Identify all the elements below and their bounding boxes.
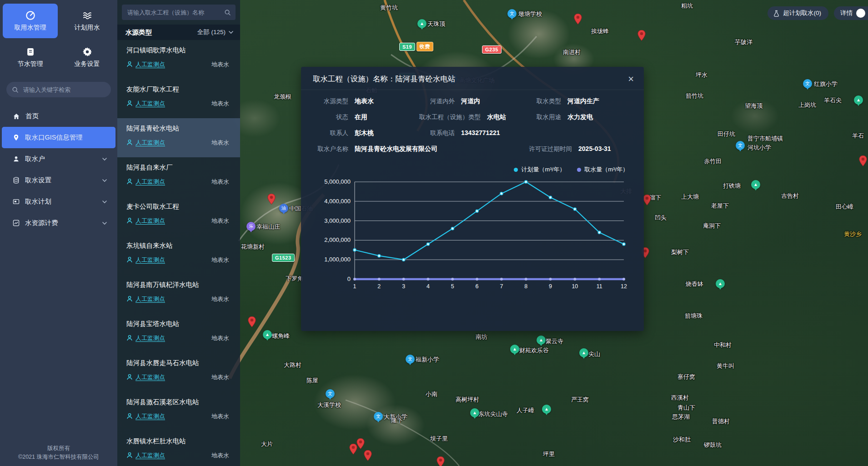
- list-item[interactable]: 陆河县激石溪老区水电站人工监测点地表水: [117, 392, 240, 431]
- sidebar-item-label: 取水设置: [25, 176, 51, 185]
- school-marker[interactable]: 文: [736, 141, 745, 150]
- intake-red-pin[interactable]: [248, 316, 256, 327]
- nav-module[interactable]: 取用水管理: [3, 4, 58, 38]
- list-item[interactable]: 陆河县南万镇杞洋水电站人工监测点地表水: [117, 275, 240, 314]
- gas-station-marker[interactable]: 油: [279, 204, 288, 213]
- map-label: 幸福山庄: [256, 223, 280, 231]
- field: 联系人彭木桃: [313, 129, 419, 137]
- intake-search[interactable]: [122, 5, 236, 20]
- legend-item[interactable]: 取水量（m³/年）: [577, 165, 628, 174]
- field-value: 河道内生产: [567, 97, 599, 105]
- copyright: 版权所有 ©2021 珠海市仁智科技有限公司: [0, 444, 117, 461]
- filter-dropdown[interactable]: 全部 (125): [197, 27, 234, 37]
- mountain-marker[interactable]: ▲: [854, 95, 863, 105]
- mountain-marker[interactable]: ▲: [579, 348, 588, 357]
- road-badge: 收费: [416, 42, 433, 51]
- intake-red-pin[interactable]: [574, 14, 582, 25]
- intake-search-input[interactable]: [126, 9, 221, 16]
- mountain-marker[interactable]: ▲: [470, 408, 479, 417]
- intake-red-pin[interactable]: [643, 195, 651, 205]
- legend-item[interactable]: 计划量（m³/年）: [514, 165, 565, 174]
- monitor-link[interactable]: 人工监测点: [126, 256, 165, 264]
- nav-module[interactable]: 节水管理: [3, 40, 58, 75]
- detail-toggle[interactable]: 详情: [834, 6, 868, 20]
- svg-text:2,000,000: 2,000,000: [324, 236, 351, 243]
- field-value: 地表水: [355, 97, 374, 105]
- monitor-label: 人工监测点: [135, 139, 165, 147]
- monitor-link[interactable]: 人工监测点: [126, 373, 165, 381]
- person-icon: [126, 217, 133, 225]
- close-icon[interactable]: ×: [628, 74, 634, 84]
- field-label: 取水类型: [526, 97, 561, 105]
- monitor-link[interactable]: 人工监测点: [126, 178, 165, 186]
- school-marker[interactable]: 文: [507, 9, 517, 18]
- monitor-link[interactable]: 人工监测点: [126, 139, 165, 147]
- svg-text:1: 1: [353, 283, 356, 290]
- map-label: 福新小学: [416, 356, 439, 364]
- source-type: 地表水: [211, 334, 231, 342]
- list-item-title: 陆河县自来水厂: [126, 163, 231, 172]
- svg-text:6: 6: [476, 283, 479, 290]
- sidebar-search-input[interactable]: [22, 86, 105, 94]
- map-label: 庵洞下: [703, 222, 721, 230]
- list-item-title: 陆河县南万镇杞洋水电站: [126, 281, 231, 289]
- nav-module-label: 计划用水: [75, 24, 100, 32]
- monitor-link[interactable]: 人工监测点: [126, 451, 165, 460]
- billing-icon: [13, 218, 20, 228]
- mountain-marker[interactable]: ▲: [542, 405, 551, 414]
- mountain-marker[interactable]: ▲: [263, 330, 272, 339]
- gauge-icon: [25, 10, 35, 20]
- list-item[interactable]: 河口镇唱歌潭水电站人工监测点地表水: [117, 40, 240, 79]
- map-label: 上大塘: [681, 193, 699, 201]
- toggle-knob[interactable]: [856, 9, 865, 18]
- list-item[interactable]: 水唇镇水栏肚水电站人工监测点地表水: [117, 431, 240, 466]
- sidebar-item[interactable]: 取水口GIS信息管理: [2, 127, 115, 148]
- list-item[interactable]: 陆河县水唇走马石水电站人工监测点地表水: [117, 353, 240, 392]
- list-item[interactable]: 陆河县自来水厂人工监测点地表水: [117, 157, 240, 196]
- mountain-marker[interactable]: ▲: [417, 19, 426, 28]
- search-icon: [224, 7, 231, 17]
- map-label: 聚云寺: [546, 337, 563, 346]
- mountain-marker[interactable]: ▲: [751, 180, 760, 189]
- intake-red-pin[interactable]: [267, 194, 276, 205]
- monitor-link[interactable]: 人工监测点: [126, 334, 165, 342]
- list-item[interactable]: 东坑镇自来水站人工监测点地表水: [117, 236, 240, 275]
- school-marker[interactable]: 文: [803, 79, 812, 88]
- search-icon: [12, 85, 19, 95]
- mountain-marker[interactable]: ▲: [510, 345, 519, 354]
- person-icon: [126, 296, 133, 303]
- nav-module[interactable]: 计划用水: [60, 4, 115, 38]
- school-marker[interactable]: 文: [326, 389, 335, 398]
- nav-module[interactable]: 业务设置: [60, 40, 115, 75]
- intake-red-pin[interactable]: [356, 438, 365, 449]
- school-marker[interactable]: 文: [374, 412, 383, 421]
- intake-red-pin[interactable]: [437, 456, 445, 466]
- resort-marker[interactable]: 乐: [246, 222, 256, 231]
- monitor-link[interactable]: 人工监测点: [126, 217, 165, 225]
- list-item[interactable]: 友能水厂取水工程人工监测点地表水: [117, 79, 240, 118]
- road-badge: S19: [399, 43, 415, 51]
- sidebar-item[interactable]: 取水计划: [2, 191, 115, 212]
- sidebar-search[interactable]: [6, 82, 111, 97]
- over-plan-intake-button[interactable]: 超计划取水(0): [768, 6, 828, 20]
- list-item[interactable]: 麦卡公司取水工程人工监测点地表水: [117, 196, 240, 236]
- monitor-link[interactable]: 人工监测点: [126, 412, 165, 421]
- sidebar-item[interactable]: 水资源计费: [2, 212, 115, 234]
- mountain-marker[interactable]: ▲: [537, 336, 546, 345]
- intake-red-pin[interactable]: [637, 30, 646, 41]
- monitor-link[interactable]: 人工监测点: [126, 100, 165, 108]
- monitor-link[interactable]: 人工监测点: [126, 295, 165, 303]
- sidebar-item[interactable]: 首页: [2, 105, 115, 127]
- mountain-marker[interactable]: ▲: [716, 279, 725, 288]
- sidebar-item[interactable]: 取水户: [2, 148, 115, 170]
- sidebar-item[interactable]: 取水设置: [2, 170, 115, 191]
- intake-red-pin[interactable]: [859, 155, 867, 166]
- nav-module-label: 节水管理: [18, 60, 43, 68]
- school-marker[interactable]: 文: [406, 355, 415, 364]
- monitor-link[interactable]: 人工监测点: [126, 60, 165, 69]
- field-label: 取水户名称: [313, 145, 348, 153]
- list-item[interactable]: 陆河县宝塔水电站人工监测点地表水: [117, 314, 240, 353]
- list-item[interactable]: 陆河县青砼水电站人工监测点地表水: [117, 118, 240, 157]
- monitor-label: 人工监测点: [135, 373, 165, 381]
- intake-red-pin[interactable]: [364, 450, 372, 461]
